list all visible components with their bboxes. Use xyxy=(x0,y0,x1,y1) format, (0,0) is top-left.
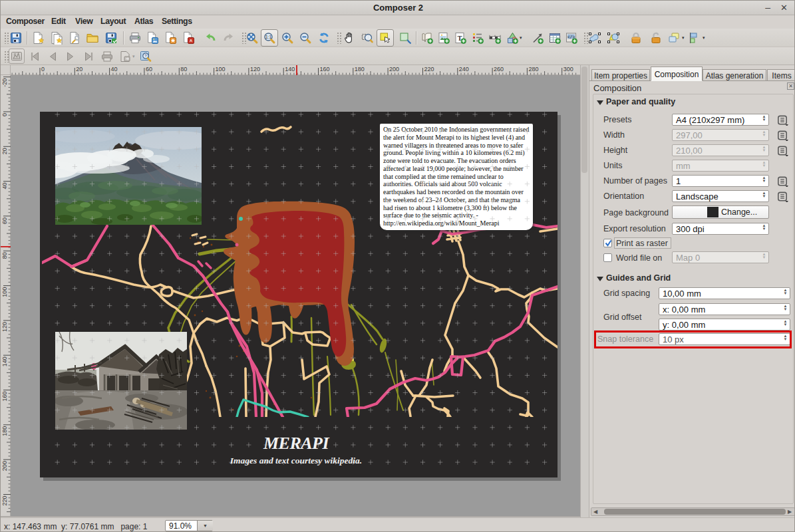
svg-text:300: 300 xyxy=(563,66,573,72)
svg-text:80: 80 xyxy=(1,252,8,259)
svg-text:20: 20 xyxy=(76,66,82,72)
svg-text:160: 160 xyxy=(1,392,8,402)
svg-text:240: 240 xyxy=(459,66,469,72)
svg-text:260: 260 xyxy=(494,66,504,72)
svg-text:40: 40 xyxy=(111,66,118,72)
svg-text:100: 100 xyxy=(1,287,8,297)
svg-text:160: 160 xyxy=(320,66,330,72)
svg-text:220: 220 xyxy=(424,66,434,72)
svg-text:220: 220 xyxy=(1,496,8,506)
svg-text:20: 20 xyxy=(1,148,8,154)
svg-text:120: 120 xyxy=(1,322,8,332)
svg-text:120: 120 xyxy=(250,66,260,72)
svg-text:140: 140 xyxy=(285,66,295,72)
svg-text:280: 280 xyxy=(528,66,538,72)
svg-text:200: 200 xyxy=(1,461,8,471)
svg-text:40: 40 xyxy=(1,183,8,190)
svg-text:0: 0 xyxy=(1,113,8,116)
svg-text:-20: -20 xyxy=(1,78,8,87)
svg-text:180: 180 xyxy=(1,426,8,436)
svg-text:200: 200 xyxy=(389,66,399,72)
svg-text:0: 0 xyxy=(41,66,45,72)
svg-text:180: 180 xyxy=(355,66,365,72)
svg-text:60: 60 xyxy=(146,66,152,72)
svg-text:140: 140 xyxy=(1,356,8,366)
svg-text:100: 100 xyxy=(216,66,226,72)
svg-text:60: 60 xyxy=(1,217,8,224)
svg-text:80: 80 xyxy=(180,66,187,72)
